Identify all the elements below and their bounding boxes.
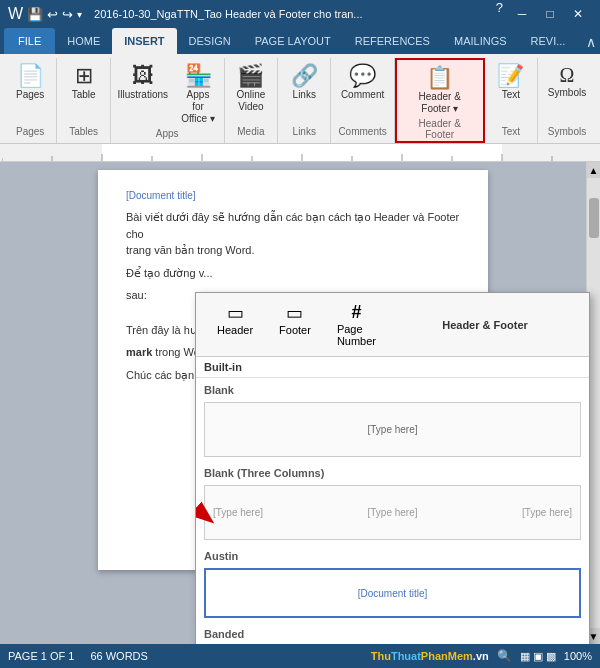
ribbon-group-links: 🔗 Links Links (278, 58, 331, 143)
tab-page-layout[interactable]: PAGE LAYOUT (243, 28, 343, 54)
links-items: 🔗 Links (283, 62, 325, 126)
pages-group-label: Pages (16, 126, 44, 139)
footer-option-label: Footer (279, 324, 311, 336)
built-in-title: Built-in (196, 357, 589, 378)
hf-items: 📋 Header &Footer ▾ (412, 64, 467, 118)
ribbon-group-pages: 📄 Pages Pages (4, 58, 57, 143)
ribbon-group-apps: 🖼 Illustrations 🏪 Apps forOffice ▾ Apps (111, 58, 225, 143)
apps-group-label: Apps (156, 128, 179, 141)
austin-subtitle: Austin (196, 544, 589, 564)
header-footer-dropdown: ▭ Header ▭ Footer # PageNumber Header & … (195, 292, 590, 644)
tab-design[interactable]: DESIGN (177, 28, 243, 54)
blank-template[interactable]: [Type here] (204, 402, 581, 457)
page-number-option[interactable]: # PageNumber (324, 297, 389, 352)
text-button[interactable]: 📝 Text (490, 62, 532, 104)
text-items: 📝 Text (490, 62, 532, 126)
ribbon-group-tables: ⊞ Table Tables (57, 58, 110, 143)
hf-group-label-dropdown: Header & Footer (389, 297, 581, 352)
redo-icon[interactable]: ↪ (62, 7, 73, 22)
view-icons: ▦ ▣ ▩ (520, 650, 556, 663)
status-right: ThuThuatPhanMem.vn 🔍 ▦ ▣ ▩ 100% (371, 649, 592, 663)
dropdown-icon[interactable]: ▾ (77, 9, 82, 20)
tab-insert[interactable]: INSERT (112, 28, 176, 54)
tab-references[interactable]: REFERENCES (343, 28, 442, 54)
ribbon-group-comments: 💬 Comment Comments (331, 58, 394, 143)
links-group-label: Links (293, 126, 316, 139)
header-footer-icon: 📋 (426, 67, 453, 89)
links-button[interactable]: 🔗 Links (283, 62, 325, 104)
illustrations-button[interactable]: 🖼 Illustrations (114, 62, 172, 104)
hf-group-label: Header & Footer (405, 118, 475, 142)
footer-option[interactable]: ▭ Footer (266, 297, 324, 352)
word-logo-icon: W (8, 5, 23, 23)
pages-button[interactable]: 📄 Pages (9, 62, 51, 104)
symbols-group-label: Symbols (548, 126, 586, 139)
ruler-svg (2, 144, 598, 162)
blank-three-columns-subtitle: Blank (Three Columns) (196, 461, 589, 481)
tab-review[interactable]: REVI... (519, 28, 578, 54)
page-indicator: PAGE 1 OF 1 (8, 650, 74, 662)
austin-template[interactable]: [Document title] (204, 568, 581, 618)
comments-items: 💬 Comment (336, 62, 389, 126)
blank-type-here: [Type here] (367, 424, 417, 435)
tables-items: ⊞ Table (63, 62, 105, 126)
table-icon: ⊞ (75, 65, 93, 87)
ribbon-collapse-btn[interactable]: ∧ (586, 34, 596, 54)
red-arrow-svg (196, 466, 220, 546)
ribbon-group-header-footer: 📋 Header &Footer ▾ Header & Footer (395, 58, 485, 143)
col3-type-here: [Type here] (522, 507, 572, 518)
scroll-thumb[interactable] (589, 198, 599, 238)
footer-option-icon: ▭ (286, 302, 303, 324)
title-bar: W 💾 ↩ ↪ ▾ 2016-10-30_NgaTTN_Tao Header v… (0, 0, 600, 28)
page-number-icon: # (351, 302, 361, 323)
tab-file[interactable]: FILE (4, 28, 55, 54)
close-button[interactable]: ✕ (564, 0, 592, 28)
brand-text: ThuThuatPhanMem.vn (371, 650, 489, 662)
illustrations-icon: 🖼 (132, 65, 154, 87)
tab-mailings[interactable]: MAILINGS (442, 28, 519, 54)
scroll-up-button[interactable]: ▲ (587, 162, 601, 178)
comment-button[interactable]: 💬 Comment (336, 62, 389, 104)
dropdown-options-bar: ▭ Header ▭ Footer # PageNumber Header & … (196, 293, 589, 357)
doc-para-2: Để tạo đường v... (126, 265, 460, 282)
table-button[interactable]: ⊞ Table (63, 62, 105, 104)
links-icon: 🔗 (291, 65, 318, 87)
col2-type-here: [Type here] (367, 507, 417, 518)
apps-office-button[interactable]: 🏪 Apps forOffice ▾ (176, 62, 221, 128)
banded-subtitle: Banded (196, 622, 589, 642)
page-number-label: PageNumber (337, 323, 376, 347)
blank-three-columns-template[interactable]: [Type here] [Type here] [Type here] (204, 485, 581, 540)
zoom-icon: 🔍 (497, 649, 512, 663)
ruler (0, 144, 600, 162)
save-icon[interactable]: 💾 (27, 7, 43, 22)
ribbon-group-media: 🎬 OnlineVideo Media (225, 58, 278, 143)
dropdown-scroll-area[interactable]: Built-in Blank [Type here] Blank (Three … (196, 357, 589, 644)
blank-subtitle: Blank (196, 378, 589, 398)
undo-icon[interactable]: ↩ (47, 7, 58, 22)
status-bar: PAGE 1 OF 1 66 WORDS ThuThuatPhanMem.vn … (0, 644, 600, 668)
apps-items: 🖼 Illustrations 🏪 Apps forOffice ▾ (114, 62, 221, 128)
text-group-label: Text (502, 126, 520, 139)
tab-home[interactable]: HOME (55, 28, 112, 54)
pages-items: 📄 Pages (9, 62, 51, 126)
symbols-button[interactable]: Ω Symbols (543, 62, 591, 102)
title-bar-left: W 💾 ↩ ↪ ▾ 2016-10-30_NgaTTN_Tao Header v… (8, 5, 363, 23)
doc-para-1: Bài viết dưới đây sẽ hướng dẫn các bạn c… (126, 209, 460, 259)
ribbon-tabs: FILE HOME INSERT DESIGN PAGE LAYOUT REFE… (0, 28, 600, 54)
window-controls: ? ─ □ ✕ (491, 0, 592, 28)
header-footer-button[interactable]: 📋 Header &Footer ▾ (412, 64, 467, 118)
symbols-icon: Ω (560, 65, 575, 85)
zoom-level: 100% (564, 650, 592, 662)
word-count: 66 WORDS (90, 650, 147, 662)
help-icon[interactable]: ? (491, 0, 508, 28)
text-icon: 📝 (497, 65, 524, 87)
pages-icon: 📄 (17, 65, 44, 87)
doc-title: [Document title] (126, 190, 460, 201)
maximize-button[interactable]: □ (536, 0, 564, 28)
minimize-button[interactable]: ─ (508, 0, 536, 28)
media-group-label: Media (237, 126, 264, 139)
online-video-button[interactable]: 🎬 OnlineVideo (230, 62, 272, 116)
header-option-label: Header (217, 324, 253, 336)
header-option[interactable]: ▭ Header (204, 297, 266, 352)
austin-document-title: [Document title] (358, 588, 427, 599)
